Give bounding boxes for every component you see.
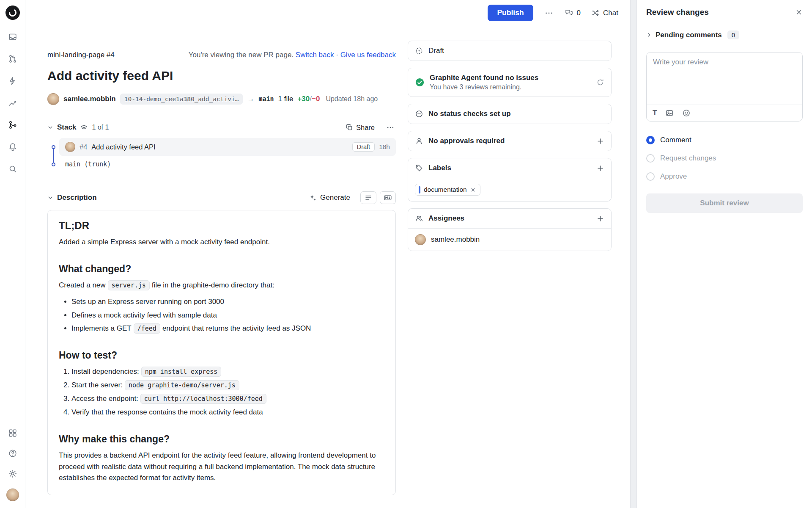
why-text: This provides a backend API endpoint for… — [59, 450, 384, 484]
why-heading: Why make this change? — [59, 433, 384, 445]
ellipsis-icon — [386, 123, 395, 132]
label-text: documentation — [424, 186, 467, 193]
chevron-down-icon[interactable] — [47, 195, 53, 201]
plus-icon — [596, 164, 604, 172]
share-button[interactable]: Share — [346, 124, 375, 132]
close-icon — [795, 8, 803, 16]
repo-name[interactable]: mini-landing-page #4 — [47, 51, 115, 59]
sidebar-item-settings[interactable] — [7, 468, 18, 479]
insert-emoji-button[interactable] — [682, 109, 691, 117]
list-item: Access the endpoint:curl http://localhos… — [71, 393, 384, 405]
generate-button[interactable]: Generate — [309, 193, 350, 202]
assignee-row[interactable]: samlee.mobbin — [408, 229, 611, 251]
target-branch[interactable]: main — [258, 95, 274, 103]
status-checks-box: No status checks set up — [408, 104, 612, 124]
stack-count: 1 of 1 — [92, 124, 109, 131]
sidebar-nav — [7, 31, 18, 174]
close-panel-button[interactable] — [795, 8, 803, 16]
agent-result-title: Graphite Agent found no issues — [430, 74, 591, 82]
draft-status-box: Draft — [408, 41, 612, 61]
sidebar-item-apps[interactable] — [7, 428, 18, 439]
trunk-branch[interactable]: main (trunk) — [59, 160, 111, 168]
text-format-icon[interactable]: T — [653, 109, 657, 117]
publish-button[interactable]: Publish — [488, 5, 533, 21]
stack-list: #4 Add activity feed API Draft 18h main … — [47, 138, 396, 173]
pr-content-column: mini-landing-page #4 You're viewing the … — [47, 51, 396, 508]
sidebar-item-help[interactable] — [7, 448, 18, 459]
apps-grid-icon — [8, 428, 17, 438]
more-options-button[interactable] — [543, 8, 554, 19]
sidebar-bottom — [6, 428, 19, 501]
comments-indicator[interactable]: 0 — [565, 8, 581, 17]
sidebar-item-automations[interactable] — [7, 75, 18, 86]
chat-label: Chat — [603, 9, 618, 17]
author-avatar[interactable] — [47, 93, 59, 105]
insert-image-button[interactable] — [665, 109, 674, 117]
add-label-button[interactable] — [596, 164, 604, 172]
assignees-box: Assignees samlee.mobbin — [408, 208, 612, 251]
plus-icon — [596, 137, 604, 145]
what-changed-list: Sets up an Express server running on por… — [59, 296, 384, 335]
labels-heading: Labels — [428, 164, 451, 172]
additions: +30 — [297, 95, 310, 103]
tldr-text: Added a simple Express server with a moc… — [59, 237, 384, 248]
comment-bubbles-icon — [565, 8, 573, 17]
stack-item-time: 18h — [379, 143, 390, 151]
files-changed-link[interactable]: 1 file — [278, 95, 294, 103]
banner-text: You're viewing the new PR page. — [189, 51, 294, 59]
chat-button[interactable]: Chat — [591, 8, 618, 17]
sidebar-item-notifications[interactable] — [7, 141, 18, 152]
what-changed-heading: What changed? — [59, 263, 384, 275]
rerun-agent-button[interactable] — [596, 78, 604, 86]
markdown-view-button[interactable] — [380, 191, 396, 204]
arrow-right-glyph: → — [247, 95, 254, 103]
sidebar-item-merge-queue[interactable] — [7, 119, 18, 130]
radio-request-changes[interactable]: Request changes — [646, 154, 803, 163]
stack-more-button[interactable] — [385, 122, 396, 133]
label-chip-documentation[interactable]: documentation — [415, 184, 480, 196]
radio-approve[interactable]: Approve — [646, 172, 803, 181]
chevron-down-icon[interactable] — [47, 124, 53, 130]
remove-label-button[interactable] — [470, 187, 476, 193]
merge-icon — [8, 120, 17, 130]
feedback-link[interactable]: Give us feedback — [340, 51, 396, 59]
graphite-logo-icon — [5, 5, 20, 20]
chevron-right-icon — [646, 32, 652, 38]
repo-row: mini-landing-page #4 You're viewing the … — [47, 51, 396, 59]
list-item: Sets up an Express server running on por… — [71, 296, 384, 308]
sidebar-item-pull-requests[interactable] — [7, 53, 18, 64]
switch-back-link[interactable]: Switch back — [296, 51, 334, 59]
radio-comment-control — [646, 136, 655, 144]
add-assignee-button[interactable] — [596, 215, 604, 223]
diff-stat[interactable]: +30/−0 — [297, 95, 320, 103]
graphite-logo[interactable] — [5, 5, 20, 20]
ellipsis-icon — [544, 8, 554, 18]
new-pr-banner: You're viewing the new PR page. Switch b… — [189, 51, 396, 59]
user-avatar[interactable] — [6, 489, 19, 501]
stack-item-number: #4 — [80, 143, 87, 151]
source-branch-chip[interactable]: 10-14-demo_cee1a380_add_activi… — [120, 94, 243, 105]
chat-icon — [591, 8, 600, 17]
description-header: Description Generate — [47, 191, 396, 204]
review-textarea[interactable] — [647, 52, 802, 105]
list-item: Defines a mock activity feed with sample… — [71, 310, 384, 321]
tldr-heading: TL;DR — [59, 220, 384, 232]
top-bar: Publish 0 Chat — [25, 0, 630, 26]
radio-request-changes-label: Request changes — [660, 154, 716, 163]
sidebar-item-inbox[interactable] — [7, 31, 18, 42]
stack-header: Stack 1 of 1 Share — [47, 122, 396, 133]
sidebar-item-search[interactable] — [7, 163, 18, 174]
check-circle-icon — [415, 77, 425, 87]
approvals-label: No approvals required — [428, 137, 505, 145]
submit-review-button[interactable]: Submit review — [646, 193, 803, 213]
pending-comments-toggle[interactable]: Pending comments 0 — [646, 30, 803, 39]
radio-comment[interactable]: Comment — [646, 136, 803, 144]
sidebar-item-insights[interactable] — [7, 97, 18, 108]
stack-item-current-pr[interactable]: #4 Add activity feed API Draft 18h — [59, 138, 396, 156]
refresh-icon — [596, 78, 604, 86]
timeline-dot — [47, 145, 59, 149]
pr-meta-row: samlee.mobbin 10-14-demo_cee1a380_add_ac… — [47, 93, 396, 105]
rich-text-view-button[interactable] — [360, 191, 376, 204]
add-reviewer-button[interactable] — [596, 137, 604, 145]
author-name[interactable]: samlee.mobbin — [63, 95, 116, 103]
